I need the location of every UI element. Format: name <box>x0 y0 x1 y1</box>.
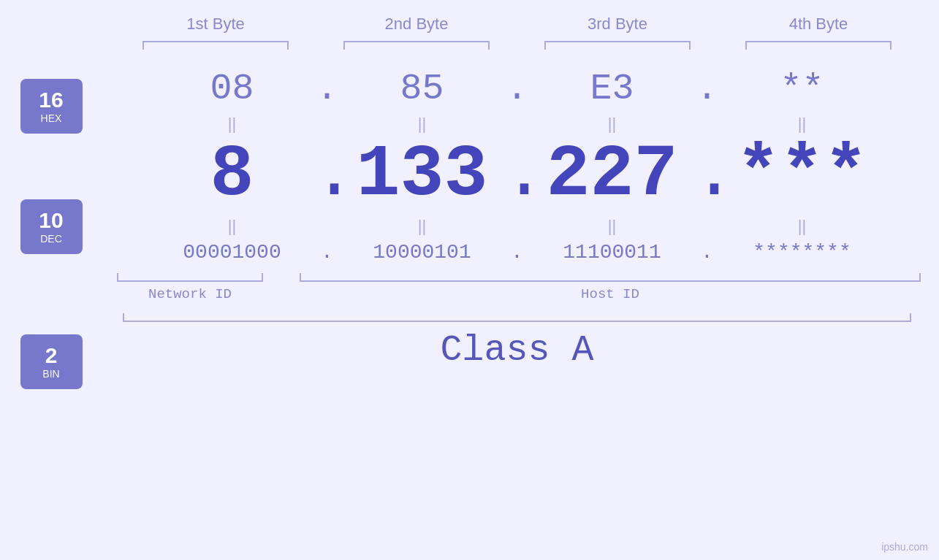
hex-dot-3: . <box>693 68 722 110</box>
host-id-label: Host ID <box>581 286 639 302</box>
host-bracket <box>300 273 921 282</box>
hex-byte1: 08 <box>152 68 313 110</box>
dec-dot-1: . <box>313 139 342 212</box>
byte3-header: 3rd Byte <box>537 15 698 34</box>
dec-val-2: 133 <box>356 134 487 216</box>
dec-byte3: 227 <box>532 139 693 212</box>
dec-val-3: 227 <box>546 134 677 216</box>
hex-badge: 16 HEX <box>20 79 83 134</box>
dec-badge-number: 10 <box>39 210 63 231</box>
dec-data-row: 8 . 133 . 227 . *** <box>102 139 932 212</box>
hex-val-1: 08 <box>210 68 254 110</box>
bin-val-3: 11100011 <box>563 241 661 264</box>
bin-byte4: ******** <box>722 241 883 264</box>
bracket-byte2 <box>343 41 490 50</box>
network-id-label: Network ID <box>148 286 232 302</box>
hex-badge-label: HEX <box>41 112 62 124</box>
bracket-byte1 <box>142 41 289 50</box>
bin-byte2: 10000101 <box>342 241 503 264</box>
sep2-4: || <box>722 217 883 236</box>
bin-dot-2: . <box>503 241 532 264</box>
sep1-4: || <box>722 115 883 134</box>
dec-val-4: *** <box>736 134 867 216</box>
hex-byte4: ** <box>722 68 883 110</box>
dec-byte1: 8 <box>152 139 313 212</box>
dec-dot-2: . <box>503 139 532 212</box>
network-bracket <box>117 273 263 282</box>
hex-data-row: 08 . 85 . E3 . ** <box>102 68 932 110</box>
dec-dot-3: . <box>693 139 722 212</box>
bin-data-row: 00001000 . 10000101 . 11100011 . <box>102 241 932 264</box>
sep1-3: || <box>532 115 693 134</box>
bin-badge: 2 BIN <box>20 334 83 389</box>
hex-dot-2: . <box>503 68 532 110</box>
bin-byte3: 11100011 <box>532 241 693 264</box>
outer-bracket <box>123 313 911 322</box>
host-id-section: Host ID <box>300 273 921 302</box>
class-label: Class A <box>102 329 932 371</box>
sep1-2: || <box>342 115 503 134</box>
byte-headers-row: 1st Byte 2nd Byte 3rd Byte 4th Byte <box>115 15 919 34</box>
dec-byte2: 133 <box>342 139 503 212</box>
bin-val-1: 00001000 <box>183 241 281 264</box>
bottom-bracket-area: Network ID Host ID <box>102 273 932 302</box>
hex-dot-1: . <box>313 68 342 110</box>
sep2-1: || <box>152 217 313 236</box>
sep1-1: || <box>152 115 313 134</box>
dec-byte4: *** <box>722 139 883 212</box>
hex-badge-number: 16 <box>39 89 63 111</box>
bracket-byte3 <box>544 41 691 50</box>
byte1-header: 1st Byte <box>135 15 296 34</box>
hex-val-3: E3 <box>590 68 634 110</box>
watermark: ipshu.com <box>881 541 928 553</box>
top-bracket-row <box>115 41 919 50</box>
bin-dot-3: . <box>693 241 722 264</box>
dec-badge: 10 DEC <box>20 199 83 254</box>
hex-byte2: 85 <box>342 68 503 110</box>
byte2-header: 2nd Byte <box>336 15 497 34</box>
sep-row-2: || || || || <box>102 212 932 241</box>
hex-val-4: ** <box>780 68 824 110</box>
bin-dot-1: . <box>313 241 342 264</box>
bin-badge-number: 2 <box>45 345 58 367</box>
bin-val-2: 10000101 <box>373 241 471 264</box>
bin-val-4: ******** <box>753 241 851 264</box>
bin-badge-label: BIN <box>42 368 59 380</box>
sep2-2: || <box>342 217 503 236</box>
bracket-byte4 <box>745 41 892 50</box>
dec-val-1: 8 <box>210 134 254 216</box>
byte4-header: 4th Byte <box>738 15 899 34</box>
main-container: 1st Byte 2nd Byte 3rd Byte 4th Byte 16 H… <box>0 0 939 560</box>
base-labels-col: 16 HEX 10 DEC 2 BIN <box>0 64 102 404</box>
hex-val-2: 85 <box>400 68 444 110</box>
network-id-section: Network ID <box>110 273 270 302</box>
sep2-3: || <box>532 217 693 236</box>
dec-badge-label: DEC <box>40 233 62 245</box>
bin-byte1: 00001000 <box>152 241 313 264</box>
hex-byte3: E3 <box>532 68 693 110</box>
